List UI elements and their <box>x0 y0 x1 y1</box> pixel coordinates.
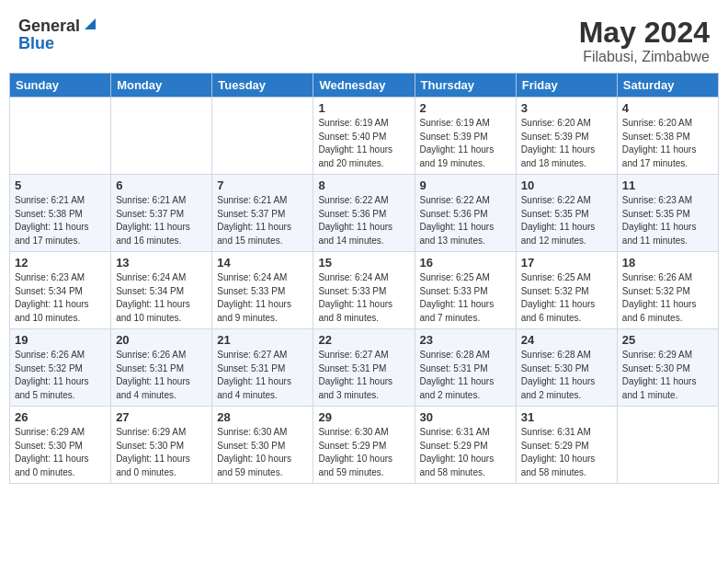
calendar-cell <box>10 98 111 175</box>
day-number: 30 <box>420 410 511 424</box>
weekday-header: Tuesday <box>212 74 313 98</box>
day-number: 21 <box>217 333 308 347</box>
calendar-cell: 23Sunrise: 6:28 AM Sunset: 5:31 PM Dayli… <box>415 329 516 407</box>
calendar-cell: 2Sunrise: 6:19 AM Sunset: 5:39 PM Daylig… <box>415 98 516 175</box>
day-info: Sunrise: 6:31 AM Sunset: 5:29 PM Dayligh… <box>521 426 612 479</box>
logo-general-text: General <box>18 17 80 34</box>
day-info: Sunrise: 6:24 AM Sunset: 5:33 PM Dayligh… <box>318 271 409 325</box>
calendar-week-row: 12Sunrise: 6:23 AM Sunset: 5:34 PM Dayli… <box>10 252 719 329</box>
svg-marker-0 <box>85 18 96 29</box>
calendar-cell: 20Sunrise: 6:26 AM Sunset: 5:31 PM Dayli… <box>111 329 212 407</box>
day-number: 16 <box>420 256 511 270</box>
day-info: Sunrise: 6:29 AM Sunset: 5:30 PM Dayligh… <box>622 349 713 402</box>
calendar-cell: 7Sunrise: 6:21 AM Sunset: 5:37 PM Daylig… <box>212 175 313 252</box>
day-info: Sunrise: 6:20 AM Sunset: 5:38 PM Dayligh… <box>622 117 713 170</box>
day-number: 5 <box>15 178 106 192</box>
weekday-header: Friday <box>516 74 617 98</box>
calendar-week-row: 19Sunrise: 6:26 AM Sunset: 5:32 PM Dayli… <box>10 329 719 407</box>
day-info: Sunrise: 6:21 AM Sunset: 5:37 PM Dayligh… <box>217 194 308 247</box>
calendar-cell: 5Sunrise: 6:21 AM Sunset: 5:38 PM Daylig… <box>10 175 111 252</box>
calendar-cell: 26Sunrise: 6:29 AM Sunset: 5:30 PM Dayli… <box>10 407 111 484</box>
calendar-cell: 27Sunrise: 6:29 AM Sunset: 5:30 PM Dayli… <box>111 407 212 484</box>
day-info: Sunrise: 6:22 AM Sunset: 5:36 PM Dayligh… <box>420 194 511 247</box>
day-number: 19 <box>15 333 106 347</box>
calendar-cell: 11Sunrise: 6:23 AM Sunset: 5:35 PM Dayli… <box>617 175 718 252</box>
logo: General Blue <box>18 17 97 52</box>
calendar-cell: 17Sunrise: 6:25 AM Sunset: 5:32 PM Dayli… <box>516 252 617 329</box>
calendar-table: SundayMondayTuesdayWednesdayThursdayFrid… <box>9 73 719 484</box>
calendar-cell: 6Sunrise: 6:21 AM Sunset: 5:37 PM Daylig… <box>111 175 212 252</box>
calendar-cell: 16Sunrise: 6:25 AM Sunset: 5:33 PM Dayli… <box>415 252 516 329</box>
weekday-header: Monday <box>111 74 212 98</box>
day-info: Sunrise: 6:29 AM Sunset: 5:30 PM Dayligh… <box>116 426 207 479</box>
weekday-header: Sunday <box>10 74 111 98</box>
day-info: Sunrise: 6:30 AM Sunset: 5:29 PM Dayligh… <box>318 426 409 479</box>
calendar-cell: 3Sunrise: 6:20 AM Sunset: 5:39 PM Daylig… <box>516 98 617 175</box>
location-title: Filabusi, Zimbabwe <box>579 49 710 65</box>
day-info: Sunrise: 6:23 AM Sunset: 5:35 PM Dayligh… <box>622 194 713 247</box>
day-info: Sunrise: 6:25 AM Sunset: 5:33 PM Dayligh… <box>420 271 511 325</box>
day-info: Sunrise: 6:21 AM Sunset: 5:37 PM Dayligh… <box>116 194 207 247</box>
day-number: 13 <box>116 256 207 270</box>
day-info: Sunrise: 6:20 AM Sunset: 5:39 PM Dayligh… <box>521 117 612 170</box>
calendar-cell: 14Sunrise: 6:24 AM Sunset: 5:33 PM Dayli… <box>212 252 313 329</box>
calendar-cell: 25Sunrise: 6:29 AM Sunset: 5:30 PM Dayli… <box>617 329 718 407</box>
day-number: 1 <box>318 101 409 115</box>
calendar-cell <box>212 98 313 175</box>
day-number: 9 <box>420 178 511 192</box>
calendar-week-row: 5Sunrise: 6:21 AM Sunset: 5:38 PM Daylig… <box>10 175 719 252</box>
calendar-cell <box>111 98 212 175</box>
day-number: 2 <box>420 101 511 115</box>
day-number: 28 <box>217 410 308 424</box>
day-number: 23 <box>420 333 511 347</box>
day-number: 27 <box>116 410 207 424</box>
calendar-cell: 21Sunrise: 6:27 AM Sunset: 5:31 PM Dayli… <box>212 329 313 407</box>
day-info: Sunrise: 6:31 AM Sunset: 5:29 PM Dayligh… <box>420 426 511 479</box>
day-info: Sunrise: 6:19 AM Sunset: 5:39 PM Dayligh… <box>420 117 511 170</box>
calendar-week-row: 26Sunrise: 6:29 AM Sunset: 5:30 PM Dayli… <box>10 407 719 484</box>
day-info: Sunrise: 6:21 AM Sunset: 5:38 PM Dayligh… <box>15 194 106 247</box>
day-number: 20 <box>116 333 207 347</box>
calendar-week-row: 1Sunrise: 6:19 AM Sunset: 5:40 PM Daylig… <box>10 98 719 175</box>
day-info: Sunrise: 6:24 AM Sunset: 5:34 PM Dayligh… <box>116 271 207 325</box>
calendar-cell: 31Sunrise: 6:31 AM Sunset: 5:29 PM Dayli… <box>516 407 617 484</box>
weekday-header: Thursday <box>415 74 516 98</box>
calendar-cell: 1Sunrise: 6:19 AM Sunset: 5:40 PM Daylig… <box>313 98 415 175</box>
calendar-header-row: SundayMondayTuesdayWednesdayThursdayFrid… <box>10 74 719 98</box>
day-number: 6 <box>116 178 207 192</box>
day-info: Sunrise: 6:22 AM Sunset: 5:35 PM Dayligh… <box>521 194 612 247</box>
day-info: Sunrise: 6:24 AM Sunset: 5:33 PM Dayligh… <box>217 271 308 325</box>
day-info: Sunrise: 6:28 AM Sunset: 5:30 PM Dayligh… <box>521 349 612 402</box>
day-info: Sunrise: 6:26 AM Sunset: 5:32 PM Dayligh… <box>622 271 713 325</box>
title-block: May 2024 Filabusi, Zimbabwe <box>579 17 710 65</box>
day-number: 22 <box>318 333 409 347</box>
day-info: Sunrise: 6:25 AM Sunset: 5:32 PM Dayligh… <box>521 271 612 325</box>
day-info: Sunrise: 6:30 AM Sunset: 5:30 PM Dayligh… <box>217 426 308 479</box>
day-number: 11 <box>622 178 713 192</box>
day-info: Sunrise: 6:27 AM Sunset: 5:31 PM Dayligh… <box>318 349 409 402</box>
logo-arrow-icon <box>83 17 97 35</box>
day-number: 7 <box>217 178 308 192</box>
day-info: Sunrise: 6:26 AM Sunset: 5:32 PM Dayligh… <box>15 349 106 402</box>
day-number: 31 <box>521 410 612 424</box>
logo-blue-text: Blue <box>18 35 54 52</box>
day-number: 3 <box>521 101 612 115</box>
day-number: 18 <box>622 256 713 270</box>
day-info: Sunrise: 6:19 AM Sunset: 5:40 PM Dayligh… <box>318 117 409 170</box>
calendar-cell: 30Sunrise: 6:31 AM Sunset: 5:29 PM Dayli… <box>415 407 516 484</box>
month-title: May 2024 <box>579 17 710 49</box>
day-info: Sunrise: 6:26 AM Sunset: 5:31 PM Dayligh… <box>116 349 207 402</box>
day-number: 10 <box>521 178 612 192</box>
day-info: Sunrise: 6:22 AM Sunset: 5:36 PM Dayligh… <box>318 194 409 247</box>
day-info: Sunrise: 6:23 AM Sunset: 5:34 PM Dayligh… <box>15 271 106 325</box>
day-number: 29 <box>318 410 409 424</box>
calendar-cell: 24Sunrise: 6:28 AM Sunset: 5:30 PM Dayli… <box>516 329 617 407</box>
calendar-cell: 15Sunrise: 6:24 AM Sunset: 5:33 PM Dayli… <box>313 252 415 329</box>
calendar-cell: 29Sunrise: 6:30 AM Sunset: 5:29 PM Dayli… <box>313 407 415 484</box>
day-info: Sunrise: 6:28 AM Sunset: 5:31 PM Dayligh… <box>420 349 511 402</box>
calendar-cell: 19Sunrise: 6:26 AM Sunset: 5:32 PM Dayli… <box>10 329 111 407</box>
day-number: 15 <box>318 256 409 270</box>
day-number: 24 <box>521 333 612 347</box>
calendar-cell: 28Sunrise: 6:30 AM Sunset: 5:30 PM Dayli… <box>212 407 313 484</box>
weekday-header: Saturday <box>617 74 718 98</box>
